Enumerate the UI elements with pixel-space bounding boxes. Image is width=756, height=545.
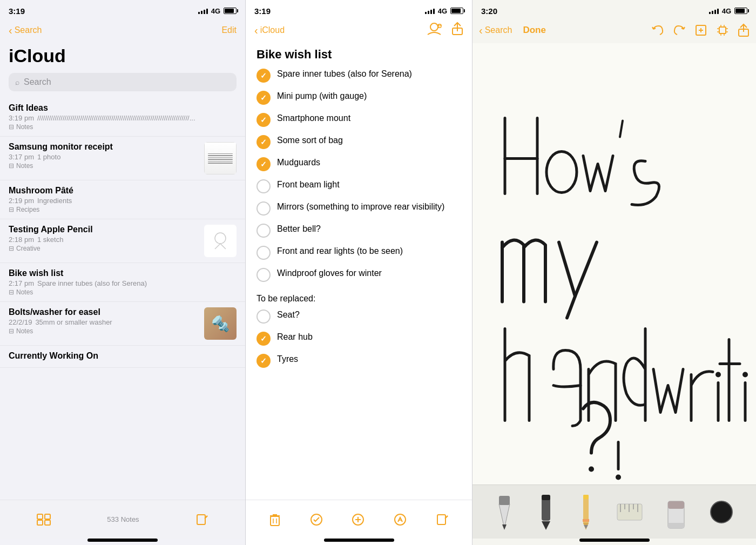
note-view-content: ✓ Spare inner tubes (also for Serena) ✓ … xyxy=(246,68,472,500)
pen-tool[interactable] xyxy=(495,493,514,531)
svg-rect-23 xyxy=(437,515,446,524)
check-circle-unchecked[interactable] xyxy=(256,246,271,260)
check-circle-unchecked[interactable] xyxy=(256,201,271,216)
svg-point-56 xyxy=(711,501,732,523)
folders-icon[interactable] xyxy=(37,514,51,526)
checklist-item[interactable]: ✓ Smartphone mount xyxy=(256,112,461,127)
edit-button[interactable]: Edit xyxy=(221,25,237,35)
network-type-mid: 4G xyxy=(438,7,447,15)
check-circle-unchecked[interactable] xyxy=(256,179,271,193)
note-content: Currently Working On xyxy=(9,351,237,362)
note-item-gift-ideas[interactable]: Gift Ideas 3:19 pm /////////////////////… xyxy=(0,98,245,137)
ruler-tool[interactable] xyxy=(616,493,643,531)
check-circle-unchecked[interactable] xyxy=(256,224,271,238)
svg-rect-7 xyxy=(197,515,205,524)
note-content: Bolts/washer for easel 22/2/19 35mm or s… xyxy=(9,307,198,335)
color-selector[interactable] xyxy=(709,500,734,524)
checklist-item[interactable]: Front beam light xyxy=(256,179,461,193)
status-bar-right: 3:20 4G xyxy=(473,0,756,19)
checklist-item[interactable]: ✓ Rear hub xyxy=(256,331,461,346)
note-time: 3:19 pm xyxy=(9,114,34,122)
nav-bar-right: ‹ Search Done xyxy=(473,19,756,43)
transform-icon[interactable] xyxy=(716,24,729,37)
note-item-samsung[interactable]: Samsung monitor receipt 3:17 pm 1 photo … xyxy=(0,137,245,180)
compose-icon-mid[interactable] xyxy=(436,513,449,526)
share-icon[interactable] xyxy=(451,22,463,39)
share-people-icon[interactable]: + xyxy=(427,22,443,39)
marker-tool[interactable] xyxy=(536,493,556,531)
checklist-item[interactable]: ✓ Mini pump (with gauge) xyxy=(256,90,461,105)
check-text: Seat? xyxy=(277,309,461,321)
folder-icon: ⊟ xyxy=(9,206,14,213)
undo-icon[interactable] xyxy=(651,24,664,37)
note-view-title: Bike wish list xyxy=(246,43,472,68)
folder-icon: ⊟ xyxy=(9,162,14,170)
check-text: Mini pump (with gauge) xyxy=(277,90,461,102)
check-text: Rear hub xyxy=(277,331,461,343)
check-circle-checked[interactable]: ✓ xyxy=(256,157,271,171)
done-button[interactable]: Done xyxy=(523,25,546,36)
back-button-left[interactable]: ‹ Search xyxy=(9,24,42,37)
checklist-item[interactable]: Windproof gloves for winter xyxy=(256,267,461,282)
check-circle-checked[interactable]: ✓ xyxy=(256,135,271,149)
delete-icon[interactable] xyxy=(269,513,281,527)
svg-rect-54 xyxy=(668,501,684,509)
eraser-tool[interactable] xyxy=(665,493,687,531)
check-circle-checked[interactable]: ✓ xyxy=(256,354,271,368)
back-label-mid: iCloud xyxy=(260,25,285,35)
checklist-item[interactable]: ✓ Mudguards xyxy=(256,157,461,171)
folder-icon: ⊟ xyxy=(9,123,14,131)
note-preview-text: Spare inner tubes (also for Serena) xyxy=(37,279,147,287)
bottom-bar-mid xyxy=(246,500,472,539)
home-indicator-mid xyxy=(324,539,394,542)
note-title: Bolts/washer for easel xyxy=(9,307,198,317)
check-circle-unchecked[interactable] xyxy=(256,309,271,324)
share-icon-right[interactable] xyxy=(738,23,750,37)
checklist-item[interactable]: Front and rear lights (to be seen) xyxy=(256,245,461,260)
send-icon[interactable] xyxy=(394,513,407,526)
checklist-item[interactable]: ✓ Some sort of bag xyxy=(256,134,461,149)
note-meta: 22/2/19 35mm or smaller washer xyxy=(9,318,198,326)
note-item-mushroom[interactable]: Mushroom Pâté 2:19 pm Ingredients ⊟ Reci… xyxy=(0,180,245,219)
back-button-mid[interactable]: ‹ iCloud xyxy=(254,24,285,37)
check-text: Windproof gloves for winter xyxy=(277,267,461,279)
svg-rect-29 xyxy=(719,27,726,33)
status-bar-mid: 3:19 4G xyxy=(246,0,472,19)
checklist-item[interactable]: Better bell? xyxy=(256,223,461,238)
search-bar[interactable]: ⌕ Search xyxy=(9,73,237,91)
back-button-right[interactable]: ‹ Search xyxy=(479,24,512,37)
checklist-item[interactable]: Mirrors (something to improve rear visib… xyxy=(256,201,461,216)
svg-line-1 xyxy=(215,244,220,249)
check-text: Front and rear lights (to be seen) xyxy=(277,245,461,257)
handwriting-canvas[interactable] xyxy=(473,43,756,485)
check-circle-checked[interactable]: ✓ xyxy=(256,69,271,83)
check-circle-checked[interactable]: ✓ xyxy=(256,113,271,127)
check-circle-checked[interactable]: ✓ xyxy=(256,332,271,346)
note-item-working[interactable]: Currently Working On xyxy=(0,346,245,368)
checklist-item[interactable]: Seat? xyxy=(256,309,461,324)
note-item-pencil[interactable]: Testing Apple Pencil 2:18 pm 1 sketch ⊟ … xyxy=(0,219,245,263)
add-frame-icon[interactable] xyxy=(694,24,707,37)
nav-left-right: ‹ Search Done xyxy=(479,24,546,37)
note-content: Bike wish list 2:17 pm Spare inner tubes… xyxy=(9,268,237,296)
new-note-button[interactable] xyxy=(195,513,208,526)
check-circle-unchecked[interactable] xyxy=(256,268,271,282)
checklist-item[interactable]: ✓ Spare inner tubes (also for Serena) xyxy=(256,68,461,83)
folder-name: Notes xyxy=(16,123,33,131)
note-item-bolts[interactable]: Bolts/washer for easel 22/2/19 35mm or s… xyxy=(0,302,245,346)
svg-rect-47 xyxy=(617,504,642,520)
add-icon[interactable] xyxy=(352,513,364,526)
network-type-right: 4G xyxy=(722,7,731,15)
note-title: Currently Working On xyxy=(9,351,237,361)
note-thumbnail-sketch xyxy=(204,225,237,257)
folder-name: Notes xyxy=(16,327,33,335)
check-circle-checked[interactable]: ✓ xyxy=(256,91,271,105)
compose-icon-svg xyxy=(195,513,208,526)
note-item-bike[interactable]: Bike wish list 2:17 pm Spare inner tubes… xyxy=(0,263,245,302)
checklist-icon[interactable] xyxy=(310,513,323,526)
redo-icon[interactable] xyxy=(673,24,686,37)
pencil-tool[interactable] xyxy=(578,493,594,531)
checklist-item[interactable]: ✓ Tyres xyxy=(256,353,461,368)
note-content: Mushroom Pâté 2:19 pm Ingredients ⊟ Reci… xyxy=(9,186,237,213)
note-title: Gift Ideas xyxy=(9,103,237,113)
